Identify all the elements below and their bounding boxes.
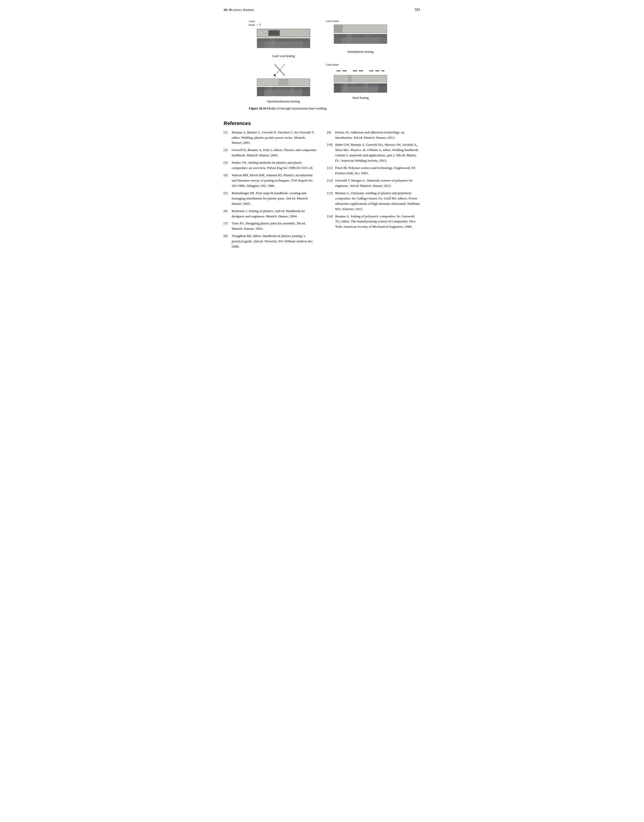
list-item: [8]Troughton MJ, editor. Handbook of pla…: [224, 234, 317, 250]
list-item: [12]Osswald T, Menges G. Materials scien…: [327, 178, 420, 188]
figure-grid: Laserbeam → V: [249, 20, 395, 103]
svg-rect-28: [334, 37, 387, 44]
mask-top-label: Laser beam: [326, 63, 339, 66]
header-right: 591: [415, 8, 420, 12]
figure-cell-simultaneous: Laser beam: [326, 20, 395, 58]
quasi-arrow-diagram: [255, 63, 313, 78]
laser-scan-label: Laser scan heating: [272, 54, 294, 58]
ref-num: [12]: [327, 178, 334, 188]
ref-num: [6]: [224, 208, 231, 219]
list-item: [2]Grewell D, Benatar A, Park J, editors…: [224, 147, 317, 158]
list-item: [1]Benatar A, Bonten C, Grewell D, Tuech…: [224, 130, 317, 146]
ref-text: Troughton MJ, editor. Handbook of plasti…: [232, 234, 317, 250]
mask-diagram: [331, 75, 389, 95]
figure-caption-label: Figure 26.34: [249, 106, 266, 110]
list-item: [10]Ritter GW, Benatar A, Grewell DA, Me…: [327, 142, 420, 164]
ref-num: [3]: [224, 160, 231, 171]
ref-text: Stokes VK. Joining methods for plastics …: [232, 160, 317, 171]
quasi-label: Quasisimultaneous heating: [267, 99, 300, 103]
ref-num: [13]: [327, 191, 334, 212]
ref-num: [4]: [224, 173, 231, 188]
figure-cell-laser-scan: Laserbeam → V: [249, 20, 318, 58]
list-item: [13]Benatar A. Ultrasonic welding of pla…: [327, 191, 420, 212]
references-left-col: [1]Benatar A, Bonten C, Grewell D, Tuech…: [224, 130, 317, 251]
svg-rect-44: [257, 90, 310, 96]
references-right-col: [9]Pocius AV. Adhesion and adhesives tec…: [327, 130, 420, 251]
ref-text: Bonenberger PR. First snap-fit handbook:…: [232, 191, 317, 207]
ref-text: Tress PA. Designing plastic parts for as…: [232, 221, 317, 231]
svg-rect-65: [352, 83, 356, 93]
svg-rect-15: [257, 41, 310, 48]
references-heading: References: [224, 121, 420, 126]
svg-rect-26: [334, 25, 343, 33]
svg-rect-32: [379, 34, 387, 44]
svg-rect-45: [257, 87, 264, 96]
quasi-diagram: [255, 78, 313, 98]
ref-num: [10]: [327, 142, 334, 164]
svg-rect-60: [348, 75, 352, 82]
svg-rect-12: [257, 29, 310, 37]
figure-cell-mask: Laser beam: [326, 63, 395, 103]
svg-rect-30: [347, 34, 352, 44]
list-item: [3]Stokes VK. Joining methods for plasti…: [224, 160, 317, 171]
svg-rect-16: [257, 38, 265, 48]
mask-label: Mask heating: [353, 96, 369, 100]
svg-rect-29: [334, 34, 342, 44]
ref-num: [7]: [224, 221, 231, 231]
ref-text: Fried JR. Polymer science and technology…: [335, 165, 420, 176]
ref-text: Ritter GW, Benatar A, Grewell DA, Messic…: [335, 142, 420, 164]
ref-text: Watson MN, Rivett RM, Johnson KI. Plasti…: [232, 173, 317, 188]
ref-text: Benatar A. Joining of polymeric composit…: [335, 214, 420, 230]
ref-num: [1]: [224, 130, 231, 146]
mask-beam-diagram: [331, 67, 389, 75]
svg-rect-49: [302, 87, 310, 96]
list-item: [11]Fried JR. Polymer science and techno…: [327, 165, 420, 176]
ref-num: [9]: [327, 130, 334, 141]
laser-beam-label: Laserbeam → V: [249, 20, 261, 27]
figure-caption: Figure 26.34 Modes of through transmissi…: [249, 106, 395, 110]
ref-text: Rotheiser J. Joining of plastics. 2nd ed…: [232, 208, 317, 219]
svg-rect-63: [334, 83, 341, 93]
ref-num: [5]: [224, 191, 231, 207]
quasi-arrow-area: [255, 63, 313, 78]
simultaneous-top-label: Laser beam: [326, 20, 339, 23]
list-item: [14]Benatar A. Joining of polymeric comp…: [327, 214, 420, 230]
simultaneous-diagram: [331, 23, 389, 49]
ref-text: Benatar A, Bonten C, Grewell D, Tuechert…: [232, 130, 317, 146]
figure-cell-quasi: Quasisimultaneous heating: [249, 63, 318, 103]
ref-text: Osswald T, Menges G. Materials science o…: [335, 178, 420, 188]
ref-num: [2]: [224, 147, 231, 158]
svg-rect-67: [378, 83, 387, 93]
references-section: References [1]Benatar A, Bonten C, Grewe…: [224, 121, 420, 251]
list-item: [7]Tress PA. Designing plastic parts for…: [224, 221, 317, 231]
ref-num: [11]: [327, 165, 334, 176]
svg-rect-59: [336, 75, 343, 82]
list-item: [9]Pocius AV. Adhesion and adhesives tec…: [327, 130, 420, 141]
svg-rect-46: [267, 87, 272, 96]
svg-rect-31: [364, 34, 371, 44]
svg-rect-13: [268, 30, 280, 36]
page-header: 26: Plastics Joining 591: [224, 8, 420, 12]
svg-rect-18: [287, 38, 294, 48]
ref-text: Benatar A. Ultrasonic welding of plastic…: [335, 191, 420, 212]
list-item: [5]Bonenberger PR. First snap-fit handbo…: [224, 191, 317, 207]
ref-text: Pocius AV. Adhesion and adhesives techno…: [335, 130, 420, 141]
svg-rect-66: [364, 83, 368, 93]
svg-rect-17: [270, 38, 275, 48]
figure-container: Laserbeam → V: [249, 20, 395, 110]
simultaneous-label: Simultaneous heating: [347, 50, 374, 54]
svg-rect-64: [344, 83, 348, 93]
ref-num: [8]: [224, 234, 231, 250]
laser-scan-diagram: [255, 28, 313, 53]
ref-num: [14]: [327, 214, 334, 230]
svg-rect-19: [302, 38, 310, 48]
list-item: [6]Rotheiser J. Joining of plastics. 2nd…: [224, 208, 317, 219]
svg-rect-47: [277, 87, 282, 96]
svg-rect-42: [279, 79, 288, 86]
svg-rect-48: [290, 87, 294, 96]
header-left: 26: Plastics Joining: [224, 8, 254, 12]
ref-text: Grewell D, Benatar A, Park J, editors. P…: [232, 147, 317, 158]
list-item: [4]Watson MN, Rivett RM, Johnson KI. Pla…: [224, 173, 317, 188]
